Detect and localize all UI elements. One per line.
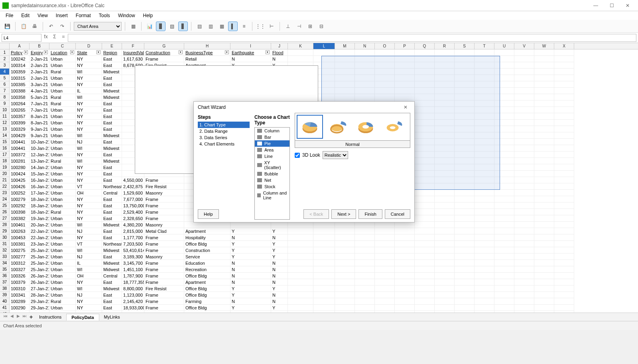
cell[interactable] [335,94,355,100]
cell[interactable] [514,298,534,305]
cell[interactable]: NY [76,311,102,313]
cell[interactable]: N [271,234,288,241]
filter-dropdown-icon[interactable]: ▾ [266,50,270,54]
cell[interactable] [335,254,355,260]
cell[interactable] [415,171,435,177]
cell[interactable]: Midwest [102,247,122,254]
cell[interactable]: Y [230,241,271,247]
menu-file[interactable]: File [2,12,17,19]
cell[interactable]: 1,787,900 [122,273,144,279]
wizard-step-2[interactable]: 3. Data Series [198,134,250,141]
cell[interactable]: Urban [49,241,76,247]
cell[interactable] [475,196,494,203]
cell[interactable] [475,152,494,158]
cell[interactable] [534,203,554,209]
all-axes-icon[interactable]: ⊞ [305,22,315,31]
cell[interactable] [355,234,375,241]
cell[interactable]: 27-Jan-21 [30,285,49,292]
cell[interactable]: NY [76,279,102,285]
cell[interactable]: Urban [49,177,76,183]
cell[interactable]: Service [184,254,230,260]
cell[interactable]: 13-Jan-21 [30,158,49,164]
cell[interactable]: 9-Jan-21 [30,126,49,132]
cell[interactable] [395,279,415,285]
cell[interactable]: Urban [49,234,76,241]
cell[interactable]: WI [76,266,102,273]
cell[interactable] [288,56,313,62]
cell[interactable]: 2-Jan-21 [30,75,49,81]
cell[interactable] [313,305,335,311]
vgrid-icon[interactable]: ⋮⋮ [256,22,265,31]
cell[interactable] [475,177,494,183]
cell[interactable] [534,298,554,305]
cell[interactable] [355,241,375,247]
cell[interactable] [534,247,554,254]
cell[interactable]: Midwest [102,132,122,139]
column-header-F[interactable]: F [122,43,144,49]
row-header[interactable]: 41 [0,305,10,311]
cell[interactable] [415,266,435,273]
cell[interactable] [534,241,554,247]
cell[interactable] [355,81,375,88]
cell[interactable] [415,62,435,69]
filter-dropdown-icon[interactable]: ▾ [24,50,28,54]
cell[interactable] [335,69,355,75]
cell[interactable]: Office Bldg [184,241,230,247]
cell[interactable]: N [271,266,288,273]
cell[interactable]: Urban [49,120,76,126]
cell[interactable] [335,298,355,305]
cell[interactable]: Midwest [102,260,122,266]
cell[interactable] [395,222,415,228]
cell[interactable] [415,177,435,183]
cell[interactable]: 100242 [10,56,30,62]
cell[interactable] [313,279,335,285]
cell[interactable]: Hospitality [184,234,230,241]
cell[interactable] [355,88,375,94]
cell[interactable] [415,279,435,285]
cell[interactable] [335,241,355,247]
cell[interactable] [494,266,514,273]
cell[interactable]: East [102,196,122,203]
cell[interactable] [514,285,534,292]
cell[interactable] [494,292,514,298]
cell[interactable] [415,164,435,171]
cell[interactable]: 100461 [10,222,30,228]
cell[interactable] [494,145,514,152]
cell[interactable] [455,94,475,100]
row-header[interactable]: 26 [0,209,10,215]
cell[interactable]: 25-Jan-21 [30,260,49,266]
cell[interactable] [534,196,554,203]
cell[interactable] [455,273,475,279]
cell[interactable] [313,285,335,292]
cell[interactable]: 7,677,000 [122,196,144,203]
cell[interactable]: Urban [49,273,76,279]
cell[interactable] [494,311,514,313]
cell[interactable]: 1,617,630 [122,56,144,62]
menu-insert[interactable]: Insert [52,12,72,19]
cell[interactable] [534,311,554,313]
cell[interactable]: Retail [184,56,230,62]
cell[interactable] [455,139,475,145]
cell[interactable] [554,305,574,311]
cell[interactable]: NY [76,126,102,132]
cell[interactable]: 100357 [10,113,30,120]
cell[interactable]: 5-Jan-21 [30,94,49,100]
cell[interactable]: Y [230,292,271,298]
cell[interactable] [534,228,554,234]
cell[interactable] [435,183,455,190]
cell[interactable] [554,120,574,126]
cell[interactable]: N [271,292,288,298]
cell[interactable]: 100291 [10,311,30,313]
cell[interactable] [375,305,395,311]
wizard-step-1[interactable]: 2. Data Range [198,128,250,134]
column-header-H[interactable]: H [184,43,230,49]
cell[interactable] [455,171,475,177]
cell[interactable] [313,298,335,305]
cell[interactable] [534,69,554,75]
cell[interactable] [395,75,415,81]
cell[interactable]: Urban [49,247,76,254]
cell[interactable] [514,177,534,183]
cell[interactable]: Masonry [144,190,184,196]
cell[interactable]: Frame [144,266,184,273]
sum-icon[interactable]: Σ [50,34,59,42]
